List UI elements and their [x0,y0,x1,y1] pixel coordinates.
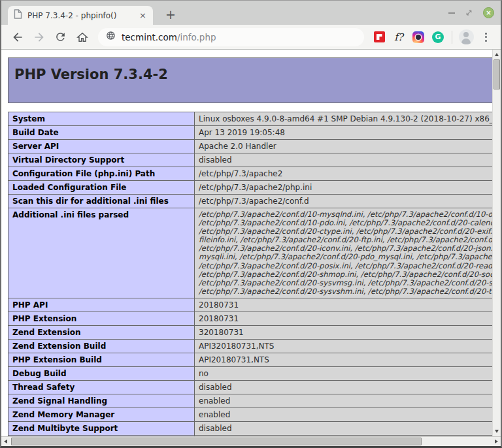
browser-window: PHP 7.3.4-2 - phpinfo() × + × [0,0,502,448]
row-label: Build Date [8,126,195,140]
navigation-toolbar: tecmint.com/info.php f? G [1,25,501,50]
vertical-scrollbar-thumb[interactable] [494,59,500,89]
forward-icon [33,31,46,44]
table-row: Build Date Apr 13 2019 19:05:48 [8,126,493,140]
table-row-additional-ini: Additional .ini files parsed /etc/php/7.… [8,208,493,298]
scroll-left-arrow-icon[interactable] [4,440,7,443]
row-label: Thread Safety [8,380,195,394]
row-value: enabled [195,394,493,408]
table-row: PHP Extension 20180731 [8,312,493,325]
table-row: Zend Multibyte Support disabled [8,421,493,435]
row-label: System [8,112,195,126]
table-row: Loaded Configuration File /etc/php/7.3/a… [8,181,493,195]
row-value: /etc/php/7.3/apache2/conf.d [195,195,493,208]
flipboard-icon [374,31,385,42]
row-label: Zend Memory Manager [8,408,195,421]
row-label: Zend Multibyte Support [8,421,195,435]
row-label: Scan this dir for additional .ini files [8,195,195,208]
scroll-right-arrow-icon[interactable] [495,440,498,443]
row-value: 20180731 [195,312,493,325]
tab-close-icon[interactable]: × [138,11,148,20]
fonts-ninja-icon: f? [394,31,403,43]
table-row: Zend Extension 320180731 [8,325,493,339]
row-value: disabled [195,153,493,167]
row-value: Linux osboxes 4.9.0-8-amd64 #1 SMP Debia… [195,112,493,126]
row-value: Apache 2.0 Handler [195,140,493,153]
minimize-icon [448,12,455,14]
back-icon [11,31,24,44]
row-label: Loaded Configuration File [8,181,195,195]
row-label: PHP Extension [8,312,195,325]
globe-icon [106,31,116,43]
table-row: Server API Apache 2.0 Handler [8,140,493,153]
row-label: Virtual Directory Support [8,153,195,167]
row-label: PHP API [8,298,195,312]
row-value: enabled [195,408,493,421]
horizontal-scrollbar[interactable] [1,436,501,446]
minimize-button[interactable] [448,12,455,14]
table-row: Zend Signal Handling enabled [8,394,493,408]
row-label: PHP Extension Build [8,353,195,366]
row-value: Apr 13 2019 19:05:48 [195,126,493,140]
row-value: /etc/php/7.3/apache2 [195,167,493,181]
table-row: Virtual Directory Support disabled [8,153,493,167]
url-host: tecmint.com [122,32,177,42]
restore-button[interactable] [465,7,473,19]
table-row: Debug Build no [8,366,493,380]
grammarly-icon: G [432,31,444,43]
row-value: /etc/php/7.3/apache2/conf.d/10-mysqlnd.i… [195,208,493,298]
url-path: /info.php [177,32,216,42]
toolbar-divider [452,31,452,44]
reload-button[interactable] [51,27,70,46]
forward-button[interactable] [29,27,48,46]
scroll-up-arrow-icon[interactable] [495,53,499,56]
page-content-area: PHP Version 7.3.4-2 System Linux osboxes… [1,50,501,446]
table-row: Zend Memory Manager enabled [8,408,493,421]
grammarly-extension-button[interactable]: G [429,29,446,46]
page-title: PHP Version 7.3.4-2 [14,67,492,82]
horizontal-scrollbar-thumb[interactable] [11,438,422,445]
row-label: Server API [8,140,195,153]
kebab-menu-icon [485,33,487,42]
row-label: Zend Extension Build [8,339,195,353]
instagram-extension-button[interactable] [410,29,427,46]
home-icon [76,31,89,44]
window-controls: × [448,1,494,25]
table-row: Configuration File (php.ini) Path /etc/p… [8,167,493,181]
row-label: Debug Build [8,366,195,380]
row-value: API20180731,NTS [195,353,493,366]
tab-phpinfo[interactable]: PHP 7.3.4-2 - phpinfo() × [8,6,153,25]
tab-title: PHP 7.3.4-2 - phpinfo() [27,11,133,20]
vertical-scrollbar[interactable] [492,50,501,436]
table-row: Thread Safety disabled [8,380,493,394]
scroll-down-arrow-icon[interactable] [495,430,499,433]
browser-menu-button[interactable] [477,29,494,46]
table-row: PHP API 20180731 [8,298,493,312]
table-row: System Linux osboxes 4.9.0-8-amd64 #1 SM… [8,112,493,126]
row-label: Configuration File (php.ini) Path [8,167,195,181]
flipboard-extension-button[interactable] [371,29,388,46]
row-label: Zend Extension [8,325,195,339]
avatar-icon [459,29,474,44]
row-value: 20180731 [195,298,493,312]
php-version-header: PHP Version 7.3.4-2 [8,57,492,103]
row-label: Additional .ini files parsed [8,208,195,298]
table-row: Zend Extension Build API320180731,NTS [8,339,493,353]
close-window-button[interactable]: × [483,7,494,18]
table-row: PHP Extension Build API20180731,NTS [8,353,493,366]
restore-icon [465,9,473,16]
phpinfo-page: PHP Version 7.3.4-2 System Linux osboxes… [1,50,492,436]
instagram-icon [412,31,424,43]
row-value: disabled [195,421,493,435]
new-tab-button[interactable]: + [162,7,179,24]
row-value: API320180731,NTS [195,339,493,353]
tab-strip: PHP 7.3.4-2 - phpinfo() × + × [1,1,501,25]
row-value: /etc/php/7.3/apache2/php.ini [195,181,493,195]
fonts-ninja-extension-button[interactable]: f? [390,29,407,46]
back-button[interactable] [8,27,27,46]
row-value: disabled [195,380,493,394]
page-favicon-icon [14,9,22,22]
home-button[interactable] [73,27,92,46]
profile-avatar-button[interactable] [458,29,475,46]
address-bar[interactable]: tecmint.com/info.php [98,28,364,46]
